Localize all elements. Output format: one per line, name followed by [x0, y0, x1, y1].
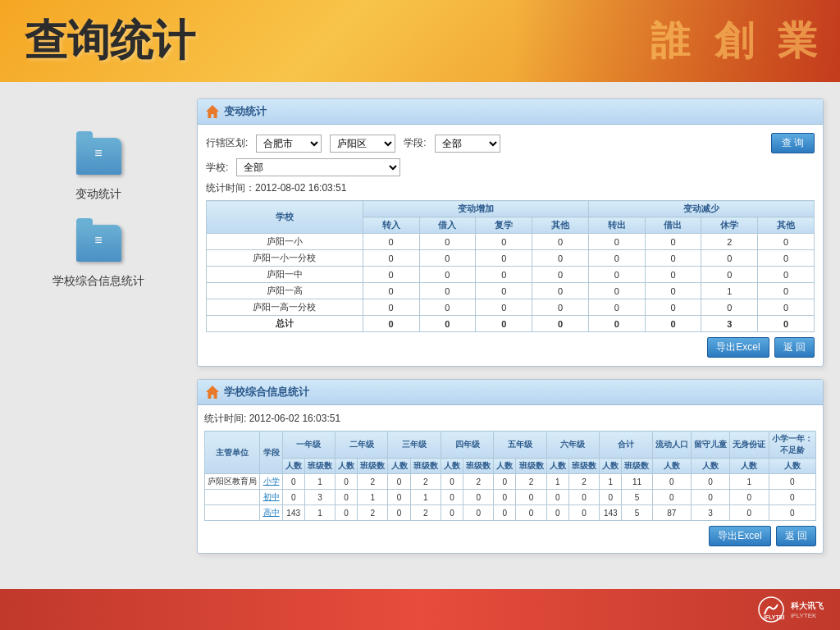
- g1-class: 班级数: [304, 459, 335, 474]
- comp-stats-actions: 导出Excel 返 回: [204, 526, 816, 546]
- district-select[interactable]: 合肥市: [256, 135, 322, 153]
- col-borrow-in: 借入: [419, 217, 476, 234]
- col-school: 学校: [207, 201, 363, 234]
- right-panel: 变动统计 行辖区划: 合肥市 庐阳区 学段: 全部 查 询: [197, 98, 824, 573]
- biandong-icon: [74, 131, 123, 180]
- left-panel: 变动统计 学校综合信息统计: [16, 98, 180, 573]
- xuexiao-label: 学校综合信息统计: [52, 274, 144, 289]
- table-row: 庐阳一高00000010: [207, 283, 815, 299]
- change-stats-title: 变动统计: [224, 104, 267, 119]
- comp-col-unit: 主管单位: [205, 431, 260, 474]
- grade-link[interactable]: 高中: [263, 508, 280, 517]
- logo-area: iFLYTEK 科大讯飞 iFLYTEK: [758, 596, 824, 623]
- school-label: 学校:: [206, 161, 228, 175]
- change-stats-body: 行辖区划: 合肥市 庐阳区 学段: 全部 查 询 学校:: [198, 125, 823, 366]
- table-row: 庐阳一小00000020: [207, 234, 815, 250]
- g5-people: 人数: [494, 459, 516, 474]
- comp-col-grade1: 一年级: [282, 431, 335, 459]
- comp-col-leftbehind: 留守儿童: [691, 431, 729, 459]
- iflytek-logo-icon: iFLYTEK: [758, 596, 784, 623]
- home-icon-2: [206, 386, 219, 399]
- comp-col-grade6: 六年级: [546, 431, 599, 459]
- col-readmit: 复学: [476, 217, 532, 234]
- g4-class: 班级数: [463, 459, 494, 474]
- col-transfer-in: 转入: [363, 217, 419, 234]
- query-button[interactable]: 查 询: [771, 133, 815, 153]
- home-icon: [206, 105, 219, 118]
- school-select[interactable]: 全部: [236, 158, 400, 176]
- export-excel-button-2[interactable]: 导出Excel: [709, 526, 770, 546]
- col-other-in: 其他: [532, 217, 589, 234]
- sub-district-select[interactable]: 庐阳区: [330, 135, 395, 153]
- sidebar-item-xuexiao[interactable]: 学校综合信息统计: [16, 218, 180, 289]
- g6-class: 班级数: [568, 459, 599, 474]
- term-select[interactable]: 全部: [435, 135, 500, 153]
- g3-class: 班级数: [410, 459, 441, 474]
- company-name-en: iFLYTEK: [791, 612, 816, 619]
- change-stats-header: 变动统计: [198, 99, 823, 125]
- change-stats-table: 学校 变动增加 变动减少 转入 借入 复学 其他 转出 借出 休学: [206, 200, 815, 332]
- comp-col-total: 合计: [600, 431, 652, 459]
- table-row: 总计00000030: [207, 316, 815, 332]
- col-borrow-out: 借出: [645, 217, 701, 234]
- comp-col-grade2: 二年级: [336, 431, 388, 459]
- back-button-1[interactable]: 返 回: [774, 337, 815, 358]
- table-row: 庐阳区教育局小学0102020202121110010: [205, 474, 816, 490]
- change-stats-actions: 导出Excel 返 回: [206, 337, 815, 358]
- comp-stats-table: 主管单位 学段 一年级 二年级 三年级 四年级 五年级 六年级 合计 流动人口 …: [204, 431, 816, 521]
- comp-col-grade4: 四年级: [441, 431, 493, 459]
- comp-stats-title: 学校综合信息统计: [224, 385, 309, 399]
- comp-col-migrant: 流动人口: [652, 431, 691, 459]
- sidebar-item-biandong[interactable]: 变动统计: [16, 131, 180, 202]
- comp-col-underage: 小学一年：不足龄: [769, 431, 816, 459]
- total-class: 班级数: [622, 459, 652, 474]
- col-transfer-out: 转出: [588, 217, 645, 234]
- underage-people: 人数: [769, 459, 816, 474]
- total-people: 人数: [600, 459, 622, 474]
- xuexiao-icon: [74, 218, 123, 267]
- comp-stats-timestamp: 统计时间: 2012-06-02 16:03:51: [204, 412, 816, 426]
- col-increase: 变动增加: [363, 201, 588, 217]
- table-row: 高中14310202000000143587300: [205, 505, 816, 521]
- table-row: 初中030101000000050000: [205, 490, 816, 505]
- g3-people: 人数: [388, 459, 410, 474]
- back-button-2[interactable]: 返 回: [776, 526, 816, 546]
- comp-col-grade3: 三年级: [388, 431, 441, 459]
- comp-col-noid: 无身份证: [730, 431, 769, 459]
- main-content: 变动统计 学校综合信息统计 变动统计 行辖区划: 合肥市: [0, 82, 840, 589]
- biandong-label: 变动统计: [75, 187, 121, 202]
- district-label: 行辖区划:: [206, 136, 248, 150]
- grade-link[interactable]: 小学: [263, 477, 280, 486]
- comp-stats-panel: 学校综合信息统计 统计时间: 2012-06-02 16:03:51 主管单位 …: [197, 379, 824, 554]
- footer: iFLYTEK 科大讯飞 iFLYTEK: [0, 589, 840, 630]
- table-row: 庐阳一中00000000: [207, 267, 815, 283]
- comp-col-grade5: 五年级: [494, 431, 546, 459]
- comp-stats-body: 统计时间: 2012-06-02 16:03:51 主管单位 学段 一年级 二年…: [198, 405, 823, 553]
- g2-class: 班级数: [358, 459, 388, 474]
- g5-class: 班级数: [516, 459, 546, 474]
- table-row: 庐阳一小一分校00000000: [207, 250, 815, 267]
- table-row: 庐阳一高一分校00000000: [207, 299, 815, 316]
- noid-people: 人数: [730, 459, 769, 474]
- filter-row-1: 行辖区划: 合肥市 庐阳区 学段: 全部 查 询: [206, 133, 815, 153]
- change-stats-panel: 变动统计 行辖区划: 合肥市 庐阳区 学段: 全部 查 询: [197, 98, 824, 367]
- col-other-out: 其他: [758, 217, 815, 234]
- g1-people: 人数: [282, 459, 304, 474]
- g2-people: 人数: [336, 459, 358, 474]
- col-suspend: 休学: [701, 217, 758, 234]
- g4-people: 人数: [441, 459, 463, 474]
- change-stats-timestamp: 统计时间：2012-08-02 16:03:51: [206, 181, 815, 195]
- col-decrease: 变动减少: [588, 201, 814, 217]
- page-title: 查询统计: [25, 12, 195, 70]
- header-decoration: 誰 創 業: [512, 0, 840, 82]
- deco-text: 誰 創 業: [651, 15, 824, 67]
- g6-people: 人数: [546, 459, 568, 474]
- term-label: 学段:: [404, 136, 426, 150]
- grade-link[interactable]: 初中: [263, 492, 280, 501]
- export-excel-button-1[interactable]: 导出Excel: [707, 337, 769, 358]
- svg-text:iFLYTEK: iFLYTEK: [764, 614, 784, 620]
- lb-people: 人数: [691, 459, 729, 474]
- company-name: 科大讯飞: [791, 600, 824, 612]
- comp-col-grade-level: 学段: [260, 431, 282, 474]
- comp-stats-header: 学校综合信息统计: [198, 380, 823, 405]
